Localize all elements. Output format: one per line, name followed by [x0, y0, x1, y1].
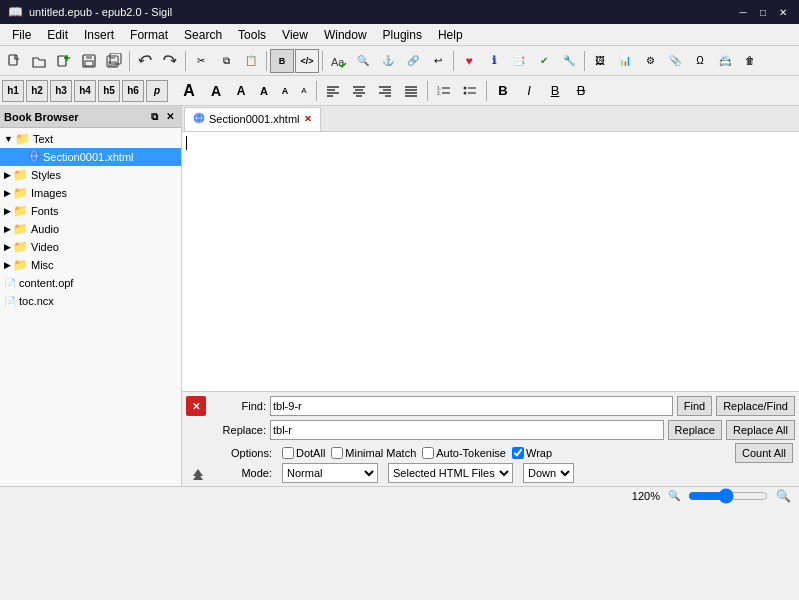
tab-close-button[interactable]: ✕	[304, 114, 312, 124]
zoom-decrease-icon[interactable]: 🔍	[668, 490, 680, 501]
zoom-increase-icon[interactable]: 🔍	[776, 489, 791, 503]
menu-edit[interactable]: Edit	[39, 26, 76, 44]
copy-button[interactable]: ⧉	[214, 49, 238, 73]
wrap-option[interactable]: Wrap	[512, 447, 552, 459]
tab-section0001[interactable]: Section0001.xhtml ✕	[184, 107, 321, 131]
menu-plugins[interactable]: Plugins	[375, 26, 430, 44]
italic-button[interactable]: I	[517, 79, 541, 103]
text-size-xs[interactable]: A	[276, 79, 294, 103]
p-button[interactable]: p	[146, 80, 168, 102]
scope-select[interactable]: Selected HTML Files All HTML Files Curre…	[388, 463, 513, 483]
replace-button[interactable]: Replace	[668, 420, 722, 440]
new-button[interactable]	[2, 49, 26, 73]
tree-item-section0001[interactable]: Section0001.xhtml	[0, 148, 181, 166]
title-bar-controls[interactable]: ─ □ ✕	[735, 4, 791, 20]
tree-item-misc[interactable]: ▶ 📁 Misc	[0, 256, 181, 274]
clip-button[interactable]: 📎	[663, 49, 687, 73]
h5-button[interactable]: h5	[98, 80, 120, 102]
maximize-button[interactable]: □	[755, 4, 771, 20]
spell-check-button[interactable]: Aa	[326, 49, 350, 73]
minimize-button[interactable]: ─	[735, 4, 751, 20]
save-all-button[interactable]	[102, 49, 126, 73]
tree-item-fonts[interactable]: ▶ 📁 Fonts	[0, 202, 181, 220]
direction-select[interactable]: Down Up	[523, 463, 574, 483]
tree-item-content-opf[interactable]: 📄 content.opf	[0, 274, 181, 292]
tree-item-toc-ncx[interactable]: 📄 toc.ncx	[0, 292, 181, 310]
align-left-button[interactable]	[321, 79, 345, 103]
menu-insert[interactable]: Insert	[76, 26, 122, 44]
strikethrough-button[interactable]: B	[569, 79, 593, 103]
paste-button[interactable]: 📋	[239, 49, 263, 73]
undo-button[interactable]	[133, 49, 157, 73]
h1-button[interactable]: h1	[2, 80, 24, 102]
align-center-button[interactable]	[347, 79, 371, 103]
text-size-m[interactable]: A	[230, 79, 252, 103]
toc2-button[interactable]: 📑	[507, 49, 531, 73]
menu-help[interactable]: Help	[430, 26, 471, 44]
replace-find-button[interactable]: Replace/Find	[716, 396, 795, 416]
underline-button[interactable]: B	[543, 79, 567, 103]
heart-button[interactable]: ♥	[457, 49, 481, 73]
book-browser-controls[interactable]: ⧉ ✕	[148, 110, 177, 124]
align-right-button[interactable]	[373, 79, 397, 103]
redo-button[interactable]	[158, 49, 182, 73]
ordered-list-button[interactable]: 1.2.	[432, 79, 456, 103]
tree-item-styles[interactable]: ▶ 📁 Styles	[0, 166, 181, 184]
h6-button[interactable]: h6	[122, 80, 144, 102]
check-button[interactable]: 🔧	[557, 49, 581, 73]
h3-button[interactable]: h3	[50, 80, 72, 102]
text-size-s[interactable]: A	[254, 79, 274, 103]
menu-view[interactable]: View	[274, 26, 316, 44]
menu-format[interactable]: Format	[122, 26, 176, 44]
tree-item-audio[interactable]: ▶ 📁 Audio	[0, 220, 181, 238]
add-file-button[interactable]	[52, 49, 76, 73]
menu-file[interactable]: File	[4, 26, 39, 44]
unordered-list-button[interactable]	[458, 79, 482, 103]
find-button[interactable]: Find	[677, 396, 712, 416]
replace-input[interactable]	[270, 420, 664, 440]
cover-button[interactable]: 🖼	[588, 49, 612, 73]
menu-search[interactable]: Search	[176, 26, 230, 44]
editor-content[interactable]	[182, 132, 799, 391]
index-button[interactable]: 📇	[713, 49, 737, 73]
info-button[interactable]: ℹ	[482, 49, 506, 73]
dotall-checkbox[interactable]	[282, 447, 294, 459]
scroll-up-button[interactable]	[186, 466, 210, 480]
minimal-match-checkbox[interactable]	[331, 447, 343, 459]
glyph-button[interactable]: Ω	[688, 49, 712, 73]
dotall-option[interactable]: DotAll	[282, 447, 325, 459]
text-size-l[interactable]: A	[204, 79, 228, 103]
h4-button[interactable]: h4	[74, 80, 96, 102]
float-panel-button[interactable]: ⧉	[148, 110, 161, 124]
replace-all-button[interactable]: Replace All	[726, 420, 795, 440]
count-all-button[interactable]: Count All	[735, 443, 793, 463]
menu-tools[interactable]: Tools	[230, 26, 274, 44]
link-button[interactable]: 🔗	[401, 49, 425, 73]
close-button[interactable]: ✕	[775, 4, 791, 20]
back-button[interactable]: ↩	[426, 49, 450, 73]
validate-button[interactable]: ✔	[532, 49, 556, 73]
find-replace-button[interactable]: 🔍	[351, 49, 375, 73]
find-input[interactable]	[270, 396, 673, 416]
wrap-checkbox[interactable]	[512, 447, 524, 459]
auto-tokenise-option[interactable]: Auto-Tokenise	[422, 447, 506, 459]
toc-button[interactable]: ⚓	[376, 49, 400, 73]
text-size-xxs[interactable]: A	[296, 79, 312, 103]
auto-tokenise-checkbox[interactable]	[422, 447, 434, 459]
code-view-button[interactable]: </>	[295, 49, 319, 73]
book-view-button[interactable]: B	[270, 49, 294, 73]
open-button[interactable]	[27, 49, 51, 73]
bold-button[interactable]: B	[491, 79, 515, 103]
find-close-button[interactable]: ✕	[186, 396, 206, 416]
cut-button[interactable]: ✂	[189, 49, 213, 73]
close-panel-button[interactable]: ✕	[163, 110, 177, 124]
zoom-slider[interactable]	[688, 490, 768, 502]
minimal-match-option[interactable]: Minimal Match	[331, 447, 416, 459]
h2-button[interactable]: h2	[26, 80, 48, 102]
tree-item-images[interactable]: ▶ 📁 Images	[0, 184, 181, 202]
mode-select[interactable]: Normal Case Sensitive Regex	[282, 463, 378, 483]
tree-item-text[interactable]: ▼ 📁 Text	[0, 130, 181, 148]
save-button[interactable]	[77, 49, 101, 73]
report-button[interactable]: 📊	[613, 49, 637, 73]
format2-button[interactable]: ⚙	[638, 49, 662, 73]
